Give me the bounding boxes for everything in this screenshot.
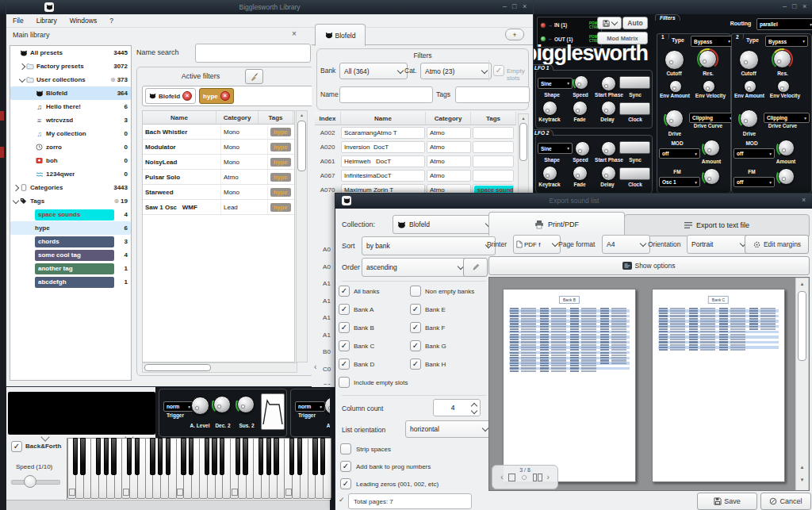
orientation-dropdown[interactable]: Portrait — [687, 235, 750, 254]
lfo1-delay-knob[interactable] — [601, 101, 616, 116]
filter2-res-knob[interactable] — [772, 48, 793, 70]
lfo1-keytrack-knob[interactable] — [542, 101, 557, 116]
filter1-type-dropdown[interactable]: Bypass▾ — [691, 36, 733, 47]
back-forth-checkbox[interactable]: ✓ — [11, 441, 22, 452]
next-page-icon[interactable]: › — [547, 474, 550, 481]
spinner-down-icon[interactable] — [471, 408, 477, 414]
filter1-env-velocity-knob[interactable] — [703, 80, 715, 93]
printer-dropdown[interactable]: PDF f — [513, 235, 561, 254]
filter1-env-amount-knob[interactable] — [669, 80, 682, 93]
non-empty-banks-checkbox[interactable] — [410, 286, 421, 297]
order-dropdown[interactable]: ascending — [362, 258, 468, 277]
show-options-button[interactable]: Show options — [488, 256, 810, 275]
sidebar-item-user-collections[interactable]: User collections⊕373 — [10, 73, 131, 86]
sidebar-item-hello-there[interactable]: ♫Hello there!6 — [10, 100, 131, 113]
piano-key-black[interactable] — [181, 438, 186, 475]
tags-filter-input[interactable] — [455, 86, 530, 103]
routing-dropdown[interactable]: parallel▾ — [756, 18, 812, 30]
piano-key-black[interactable] — [73, 438, 78, 475]
lfo1-start-phase-knob[interactable] — [601, 76, 616, 91]
menu-windows[interactable]: Windows — [63, 15, 103, 26]
lfo1-fade-knob[interactable] — [573, 101, 588, 116]
bank-dropdown[interactable]: All (364) — [339, 63, 408, 79]
piano-key-black[interactable] — [80, 438, 85, 475]
column-header-index[interactable]: Index — [315, 112, 341, 125]
sidebar-item-boh[interactable]: boh0 — [10, 154, 131, 167]
sidebar-item-zorro[interactable]: zorro0 — [10, 140, 131, 154]
bank-a-checkbox[interactable]: ✓ — [339, 304, 350, 315]
lfo2-shape-dropdown[interactable]: Sine▾ — [538, 143, 573, 154]
piano-key-black[interactable] — [150, 438, 155, 475]
edit-margins-button[interactable]: Edit margins — [745, 235, 809, 254]
table-row[interactable]: Pulsar SoloAtmohype — [143, 170, 294, 185]
sidebar-item-space-sounds[interactable]: space sounds4 — [10, 208, 131, 221]
piano-key-black[interactable] — [127, 438, 132, 475]
table-row[interactable]: StarweedMonohype — [143, 185, 294, 200]
piano-key-black[interactable] — [220, 438, 224, 475]
piano-key-black[interactable] — [212, 438, 216, 475]
scroll-up-icon[interactable]: ▴ — [297, 113, 307, 117]
piano-key-black[interactable] — [135, 438, 140, 475]
filter-chip-hype[interactable]: hype × — [199, 88, 234, 104]
env1-sustain2-knob[interactable] — [236, 394, 256, 415]
filter2-type-dropdown[interactable]: Bypass▾ — [765, 36, 808, 47]
scroll-up-icon[interactable]: ▴ — [796, 281, 808, 286]
filter1-res-knob[interactable] — [697, 48, 718, 70]
filter2-env-amount-knob[interactable] — [744, 80, 756, 93]
save-button[interactable] — [597, 17, 622, 29]
column-header-name[interactable]: Name — [341, 112, 426, 125]
lfo2-start-phase-knob[interactable] — [601, 141, 616, 156]
sidebar-item-another-tag[interactable]: another tag1 — [10, 262, 131, 275]
sidebar-item-tags[interactable]: Tags⊕19 — [10, 194, 131, 208]
scrollbar-thumb[interactable] — [297, 121, 306, 171]
lfo1-sync-button[interactable] — [619, 76, 650, 89]
add-icon[interactable]: ⊕ — [113, 197, 119, 205]
lfo2-keytrack-knob[interactable] — [542, 166, 557, 181]
filter2-mod-dropdown[interactable]: off▾ — [733, 148, 775, 159]
piano-key-black[interactable] — [297, 438, 302, 475]
prev-page-icon[interactable]: ‹ — [500, 474, 503, 481]
env2-attack-level-knob[interactable] — [324, 397, 330, 415]
menu-help[interactable]: ? — [103, 15, 120, 26]
all-banks-checkbox[interactable]: ✓ — [339, 286, 350, 297]
sidebar-item-my-collection[interactable]: ♫My collection0 — [10, 127, 131, 140]
single-page-icon[interactable] — [508, 474, 515, 481]
lfo2-clock-button[interactable] — [619, 167, 650, 180]
leading-zeros-checkbox[interactable]: ✓ — [340, 478, 351, 489]
env2-trigger-dropdown[interactable]: norm▾ — [295, 401, 325, 412]
scroll-down-icon[interactable]: ▾ — [796, 477, 808, 482]
tab-blofeld[interactable]: Blofeld — [315, 24, 366, 46]
add-icon[interactable]: ⊕ — [110, 76, 116, 83]
column-header-category[interactable]: Category — [426, 112, 471, 125]
main-titlebar[interactable]: Bigglesworth Library – □ × — [6, 0, 533, 14]
filter2-fm-dropdown[interactable]: off▾ — [733, 177, 775, 187]
column-count-spinner[interactable]: 4 — [433, 399, 481, 416]
table-row[interactable]: Bach WhistlerMonohype — [143, 125, 294, 140]
sidebar-item-abcdefgh[interactable]: abcdefgh1 — [10, 275, 131, 289]
filter1-fm-amount-knob[interactable] — [702, 167, 722, 186]
category-dropdown[interactable]: Atmo (23) — [420, 63, 492, 79]
speed-slider-thumb[interactable] — [24, 475, 36, 488]
filter-chip-blofeld[interactable]: Blofeld × — [145, 88, 196, 104]
column-header-name[interactable]: Name — [143, 111, 216, 124]
preview-scrollbar[interactable]: ▴ ▴ ▾ — [795, 278, 809, 491]
piano-key-black[interactable] — [189, 438, 193, 475]
scroll-up-icon[interactable]: ▴ — [796, 464, 808, 470]
sidebar-item-1234qwer[interactable]: 1234qwer0 — [10, 167, 131, 181]
add-tab-button[interactable]: + — [505, 29, 524, 40]
piano-key-black[interactable] — [111, 438, 116, 475]
lfo2-sync-button[interactable] — [619, 141, 650, 154]
sidebar-item-hype[interactable]: hype6 — [10, 221, 131, 235]
include-empty-checkbox[interactable] — [339, 377, 350, 388]
lfo2-speed-knob[interactable] — [575, 141, 590, 156]
bank-d-checkbox[interactable]: ✓ — [339, 359, 350, 370]
piano-key-black[interactable] — [166, 438, 170, 475]
table-row[interactable]: Saw 1 Osc WMFLeadhype — [143, 200, 294, 215]
env1-attack-level-knob[interactable] — [191, 397, 209, 415]
piano-key-black[interactable] — [312, 438, 317, 475]
list-orientation-dropdown[interactable]: horizontal — [405, 420, 492, 438]
column-header-tags[interactable]: Tags — [259, 111, 293, 124]
sidebar-item-factory-presets[interactable]: Factory presets3072 — [10, 59, 131, 73]
column-header-tags[interactable]: Tags — [471, 112, 516, 125]
sidebar-item-blofeld[interactable]: Blofeld364 — [10, 86, 131, 100]
